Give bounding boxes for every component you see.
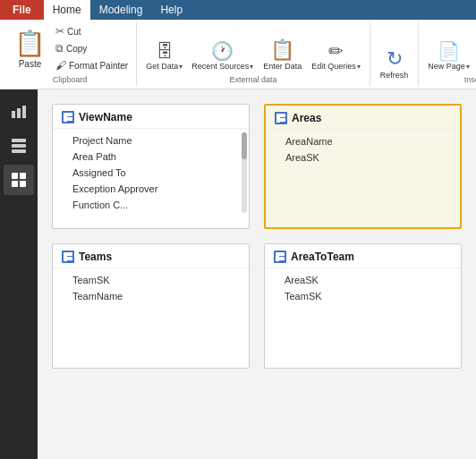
- insert-group-label: Insert: [464, 75, 476, 86]
- edit-queries-button[interactable]: ✏ Edit Queries ▾: [308, 38, 364, 73]
- table-icon-areas: [275, 112, 287, 124]
- svg-rect-5: [12, 149, 26, 153]
- cut-button[interactable]: ✂ Cut: [53, 23, 131, 39]
- table-icon-areatoteam: [274, 251, 286, 263]
- table-field[interactable]: Exception Approver: [53, 181, 249, 197]
- ribbon: 📋 Paste ✂ Cut ⧉ Copy 🖌: [0, 20, 476, 89]
- table-field[interactable]: Area Path: [53, 149, 249, 165]
- new-page-label: New Page: [428, 62, 465, 71]
- cut-icon: ✂: [55, 25, 64, 38]
- scrollbar[interactable]: [242, 132, 247, 213]
- get-data-dropdown-arrow: ▾: [179, 63, 183, 71]
- svg-rect-18: [64, 252, 67, 261]
- refresh-icon: ↻: [387, 49, 403, 69]
- table-name-areas: Areas: [292, 112, 321, 124]
- enter-data-label: Enter Data: [263, 62, 302, 71]
- ribbon-group-refresh: ↻ Refresh: [370, 21, 420, 86]
- svg-rect-8: [12, 181, 18, 187]
- recent-sources-button[interactable]: 🕐 Recent Sources ▾: [188, 38, 257, 73]
- format-painter-label: Format Painter: [69, 61, 128, 71]
- table-field[interactable]: Function C...: [53, 197, 249, 213]
- new-page-button[interactable]: 📄 New Page ▾: [424, 38, 473, 73]
- table-field[interactable]: TeamName: [53, 288, 249, 304]
- table-name-viewname: ViewName: [79, 111, 132, 123]
- nav-data[interactable]: [4, 131, 34, 161]
- left-nav: [0, 89, 38, 459]
- svg-rect-9: [20, 181, 26, 187]
- svg-rect-21: [276, 252, 279, 261]
- svg-rect-6: [12, 173, 18, 179]
- table-header-areas: Areas: [266, 106, 460, 130]
- table-field[interactable]: AreaName: [266, 133, 460, 149]
- table-field[interactable]: TeamSK: [53, 272, 249, 288]
- cut-label: Cut: [67, 27, 81, 37]
- refresh-label: Refresh: [380, 71, 409, 80]
- edit-queries-dropdown-arrow: ▾: [357, 63, 361, 71]
- ribbon-group-clipboard: 📋 Paste ✂ Cut ⧉ Copy 🖌: [4, 21, 137, 86]
- table-name-areatoteam: AreaToTeam: [291, 251, 354, 263]
- scroll-thumb[interactable]: [242, 132, 247, 159]
- get-data-icon: 🗄: [156, 41, 174, 62]
- recent-sources-dropdown-arrow: ▾: [250, 63, 253, 71]
- table-card-areas[interactable]: AreasAreaNameAreaSK: [264, 104, 462, 229]
- enter-data-button[interactable]: 📋 Enter Data: [259, 38, 306, 73]
- menu-modeling[interactable]: Modeling: [90, 0, 152, 20]
- new-page-dropdown-arrow: ▾: [466, 63, 470, 71]
- paste-icon: 📋: [14, 29, 46, 58]
- enter-data-icon: 📋: [270, 40, 294, 60]
- svg-rect-3: [12, 139, 26, 142]
- external-data-group-label: External data: [229, 75, 276, 86]
- table-field[interactable]: AreaSK: [266, 149, 460, 166]
- table-body-areas: AreaNameAreaSK: [266, 130, 460, 169]
- table-card-areatoteam[interactable]: AreaToTeamAreaSKTeamSK: [264, 243, 462, 369]
- menu-home[interactable]: Home: [44, 0, 90, 20]
- canvas: ViewNameProject NameArea PathAssigned To…: [38, 89, 476, 459]
- table-body-viewname: Project NameArea PathAssigned ToExceptio…: [53, 129, 249, 217]
- table-name-teams: Teams: [79, 251, 112, 263]
- table-body-teams: TeamSKTeamName: [53, 268, 249, 308]
- recent-sources-label: Recent Sources: [191, 62, 249, 71]
- svg-rect-4: [12, 144, 26, 148]
- copy-button[interactable]: ⧉ Copy: [53, 40, 131, 56]
- format-painter-button[interactable]: 🖌 Format Painter: [53, 57, 131, 73]
- svg-rect-7: [20, 173, 26, 179]
- table-field[interactable]: AreaSK: [265, 272, 461, 288]
- clipboard-group-label: Clipboard: [53, 75, 88, 86]
- svg-rect-0: [12, 111, 15, 118]
- table-icon-teams: [62, 251, 74, 263]
- main-area: ViewNameProject NameArea PathAssigned To…: [0, 89, 476, 459]
- nav-model[interactable]: [4, 165, 34, 195]
- edit-queries-icon: ✏: [328, 40, 344, 62]
- table-field[interactable]: Project Name: [53, 132, 249, 149]
- svg-rect-2: [22, 106, 26, 118]
- copy-icon: ⧉: [55, 42, 64, 55]
- svg-rect-1: [17, 108, 21, 118]
- paste-label: Paste: [19, 59, 42, 69]
- get-data-button[interactable]: 🗄 Get Data ▾: [142, 38, 186, 73]
- table-header-areatoteam: AreaToTeam: [265, 244, 461, 268]
- edit-queries-label: Edit Queries: [311, 62, 356, 71]
- svg-rect-15: [276, 114, 280, 123]
- recent-sources-icon: 🕐: [211, 40, 234, 62]
- copy-label: Copy: [66, 44, 87, 54]
- svg-rect-12: [64, 113, 67, 122]
- table-card-teams[interactable]: TeamsTeamSKTeamName: [52, 243, 250, 369]
- table-body-areatoteam: AreaSKTeamSK: [265, 268, 461, 308]
- table-header-viewname: ViewName: [53, 105, 249, 129]
- nav-report[interactable]: [4, 97, 34, 127]
- menu-bar: File Home Modeling Help: [0, 0, 476, 20]
- table-field[interactable]: TeamSK: [265, 288, 461, 304]
- refresh-button[interactable]: ↻ Refresh: [376, 47, 413, 82]
- format-painter-icon: 🖌: [55, 59, 66, 72]
- ribbon-group-insert: 📄 New Page ▾ 📊 New Visual Insert: [419, 21, 476, 86]
- new-page-icon: 📄: [438, 40, 460, 62]
- table-icon-viewname: [62, 111, 74, 123]
- table-field[interactable]: Assigned To: [53, 165, 249, 181]
- get-data-label: Get Data: [146, 62, 178, 71]
- file-tab[interactable]: File: [0, 0, 44, 20]
- ribbon-group-external-data: 🗄 Get Data ▾ 🕐 Recent Sources ▾ 📋 Enter: [137, 21, 370, 86]
- paste-button[interactable]: 📋 Paste: [9, 23, 51, 73]
- table-header-teams: Teams: [53, 244, 249, 268]
- table-card-viewname[interactable]: ViewNameProject NameArea PathAssigned To…: [52, 104, 250, 229]
- menu-help[interactable]: Help: [151, 0, 191, 20]
